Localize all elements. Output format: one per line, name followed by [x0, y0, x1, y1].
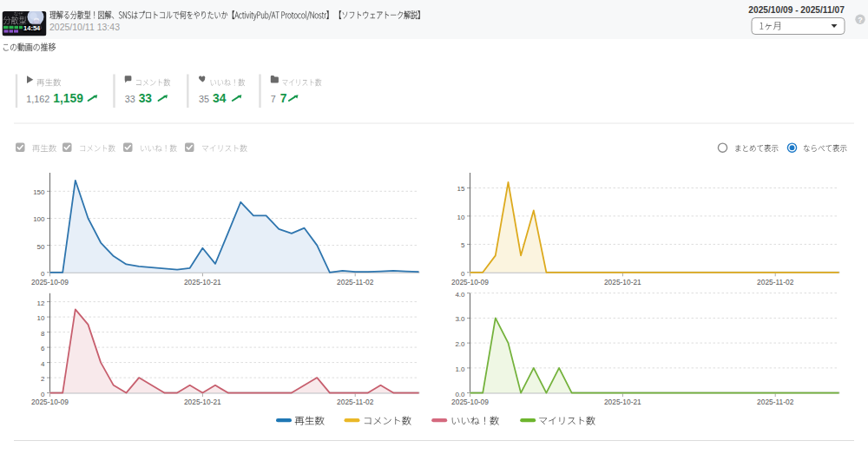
svg-text:4.0: 4.0 — [455, 291, 465, 299]
svg-text:0: 0 — [41, 391, 45, 398]
svg-text:2: 2 — [41, 375, 45, 383]
svg-text:2025-10-21: 2025-10-21 — [184, 278, 221, 286]
svg-text:15: 15 — [457, 185, 465, 193]
svg-text:0.0: 0.0 — [455, 391, 465, 398]
svg-text:10: 10 — [37, 314, 45, 322]
svg-text:2025-10-09: 2025-10-09 — [451, 278, 489, 286]
svg-text:33: 33 — [139, 92, 153, 105]
svg-text:2025-11-02: 2025-11-02 — [337, 278, 374, 286]
svg-text:6: 6 — [41, 345, 45, 352]
svg-text:2025-10-21: 2025-10-21 — [604, 278, 641, 286]
svg-text:?: ? — [858, 16, 863, 24]
svg-text:2025-10-21: 2025-10-21 — [604, 398, 641, 406]
svg-text:1,162: 1,162 — [26, 94, 49, 104]
svg-text:2025-11-02: 2025-11-02 — [757, 278, 794, 286]
svg-text:0: 0 — [41, 270, 45, 278]
svg-text:35: 35 — [199, 94, 209, 104]
svg-text:2025-10-09: 2025-10-09 — [31, 278, 69, 286]
svg-text:2025-10-21: 2025-10-21 — [184, 398, 221, 406]
svg-text:1.0: 1.0 — [455, 365, 465, 373]
svg-text:3.0: 3.0 — [455, 315, 465, 323]
svg-text:8: 8 — [41, 330, 45, 338]
svg-text:50: 50 — [37, 243, 45, 251]
svg-text:2025/10/09 - 2025/11/07: 2025/10/09 - 2025/11/07 — [748, 5, 845, 15]
svg-text:14:54: 14:54 — [23, 24, 41, 32]
svg-text:1,159: 1,159 — [53, 92, 83, 105]
svg-text:2025-10-09: 2025-10-09 — [31, 398, 69, 406]
svg-text:33: 33 — [125, 94, 135, 104]
svg-text:100: 100 — [33, 215, 45, 223]
svg-text:10: 10 — [457, 214, 465, 221]
svg-text:2025/10/11 13:43: 2025/10/11 13:43 — [49, 22, 120, 32]
svg-text:12: 12 — [37, 299, 45, 307]
svg-text:2025-10-09: 2025-10-09 — [451, 398, 489, 406]
svg-text:7: 7 — [271, 94, 276, 104]
svg-text:150: 150 — [33, 188, 45, 196]
svg-text:2.0: 2.0 — [455, 340, 465, 348]
svg-text:2025-11-02: 2025-11-02 — [757, 398, 794, 406]
svg-text:7: 7 — [280, 92, 287, 105]
svg-text:4: 4 — [41, 360, 45, 368]
svg-text:0: 0 — [461, 270, 465, 278]
svg-text:2025-11-02: 2025-11-02 — [337, 398, 374, 406]
svg-text:34: 34 — [213, 92, 227, 105]
svg-text:5: 5 — [461, 241, 465, 249]
